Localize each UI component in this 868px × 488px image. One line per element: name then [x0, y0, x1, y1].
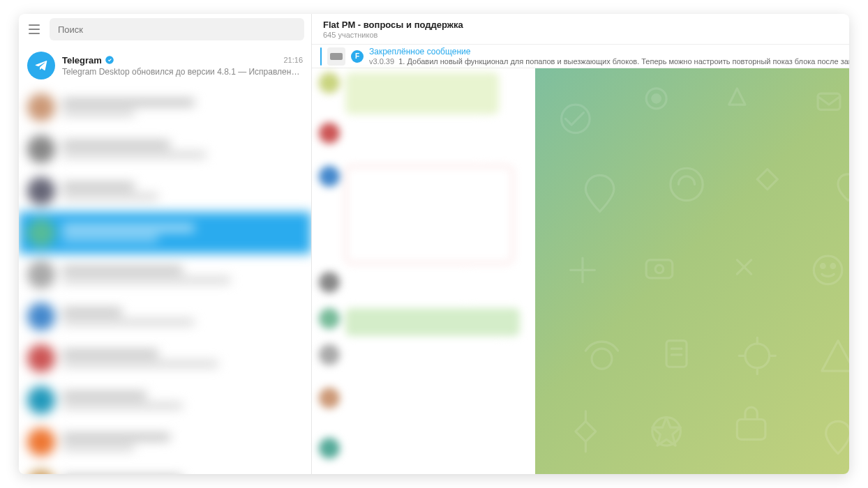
chat-header[interactable]: Flat PM - вопросы и поддержка 645 участн…: [312, 14, 849, 45]
svg-point-10: [652, 95, 661, 103]
svg-point-18: [821, 264, 825, 268]
svg-point-0: [105, 56, 114, 64]
svg-point-13: [671, 168, 703, 200]
svg-point-20: [592, 349, 612, 369]
sidebar: Telegram 21:16 Telegram Desktop обновилс…: [19, 14, 312, 474]
pinned-indicator: [320, 47, 322, 66]
telegram-avatar: [27, 52, 55, 79]
doodle-pattern: [535, 68, 849, 474]
chat-background: [535, 68, 849, 474]
chat-header-subtitle: 645 участников: [323, 31, 849, 39]
chat-item-telegram[interactable]: Telegram 21:16 Telegram Desktop обновилс…: [19, 45, 311, 86]
search-input[interactable]: [50, 18, 304, 40]
chat-header-title: Flat PM - вопросы и поддержка: [323, 20, 849, 30]
pinned-message-bar[interactable]: F Закреплённое сообщение v3.0.39 1. Доба…: [312, 45, 849, 68]
chat-item-body: Telegram 21:16 Telegram Desktop обновилс…: [62, 55, 303, 77]
svg-rect-11: [818, 93, 840, 109]
pinned-preview: v3.0.39 1. Добавил новый функционал для …: [369, 57, 849, 66]
menu-button[interactable]: [26, 21, 43, 38]
chat-list: Telegram 21:16 Telegram Desktop обновилс…: [19, 45, 311, 474]
svg-point-17: [814, 256, 842, 284]
pinned-author-avatar: F: [351, 50, 364, 63]
chat-time: 21:16: [283, 56, 303, 64]
chat-header-info: Flat PM - вопросы и поддержка 645 участн…: [323, 20, 849, 39]
blurred-chats: [19, 86, 311, 474]
message-column: [312, 68, 535, 474]
telegram-app: Telegram 21:16 Telegram Desktop обновилс…: [19, 14, 849, 474]
sidebar-header: [19, 14, 311, 45]
verified-icon: [105, 55, 114, 65]
svg-point-22: [745, 344, 770, 368]
pinned-title: Закреплённое сообщение: [369, 47, 849, 56]
svg-rect-15: [646, 260, 673, 278]
chat-area: 22: [312, 68, 849, 474]
svg-point-16: [655, 265, 664, 273]
svg-rect-24: [737, 419, 765, 439]
chat-preview: Telegram Desktop обновился до версии 4.8…: [62, 67, 303, 77]
main-area: Flat PM - вопросы и поддержка 645 участн…: [312, 14, 849, 474]
svg-point-19: [831, 264, 835, 268]
chat-title: Telegram: [62, 55, 102, 66]
pinned-thumbnail: [327, 47, 345, 66]
